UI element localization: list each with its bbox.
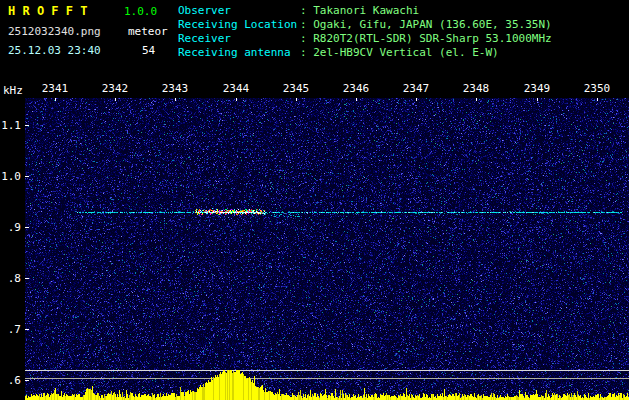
time-tick-label: 2350	[580, 82, 614, 95]
output-filename: 2512032340.png	[8, 25, 101, 38]
spectrogram-canvas	[25, 98, 629, 400]
info-label: Observer	[178, 4, 300, 18]
info-value: : 2el-HB9CV Vertical (el. E-W)	[300, 46, 499, 59]
freq-tick-label: .9	[0, 221, 21, 234]
mode-label: meteor	[128, 25, 168, 38]
station-info-row: Receiver: R820T2(RTL-SDR) SDR-Sharp 53.1…	[178, 32, 552, 46]
station-info: Observer: Takanori KawachiReceiving Loca…	[178, 4, 552, 60]
freq-tick-label: 1.1	[0, 119, 21, 132]
meteor-count: 54	[142, 44, 155, 57]
hrofft-window: H R O F F T 1.0.0 2512032340.png meteor …	[0, 0, 629, 400]
time-tick-label: 2345	[279, 82, 313, 95]
time-tick-label: 2346	[339, 82, 373, 95]
time-tick-label: 2342	[98, 82, 132, 95]
info-label: Receiver	[178, 32, 300, 46]
time-tick-label: 2341	[38, 82, 72, 95]
freq-tick-label: .7	[0, 323, 21, 336]
app-version: 1.0.0	[124, 5, 157, 18]
time-tick-label: 2348	[459, 82, 493, 95]
time-tick-label: 2347	[399, 82, 433, 95]
info-value: : Takanori Kawachi	[300, 4, 419, 17]
datetime-label: 25.12.03 23:40	[8, 44, 101, 57]
info-value: : R820T2(RTL-SDR) SDR-Sharp 53.1000MHz	[300, 32, 552, 45]
freq-tick-label: .6	[0, 374, 21, 387]
info-label: Receiving Location	[178, 18, 300, 32]
info-label: Receiving antenna	[178, 46, 300, 60]
freq-tick-label: 1.0	[0, 170, 21, 183]
time-tick-label: 2344	[219, 82, 253, 95]
time-tick-label: 2343	[158, 82, 192, 95]
freq-tick-label: .8	[0, 272, 21, 285]
info-value: : Ogaki, Gifu, JAPAN (136.60E, 35.35N)	[300, 18, 552, 31]
station-info-row: Receiving antenna: 2el-HB9CV Vertical (e…	[178, 46, 552, 60]
station-info-row: Receiving Location: Ogaki, Gifu, JAPAN (…	[178, 18, 552, 32]
app-title: H R O F F T	[8, 4, 87, 18]
station-info-row: Observer: Takanori Kawachi	[178, 4, 552, 18]
time-tick-label: 2349	[520, 82, 554, 95]
freq-axis-unit: kHz	[3, 84, 23, 97]
